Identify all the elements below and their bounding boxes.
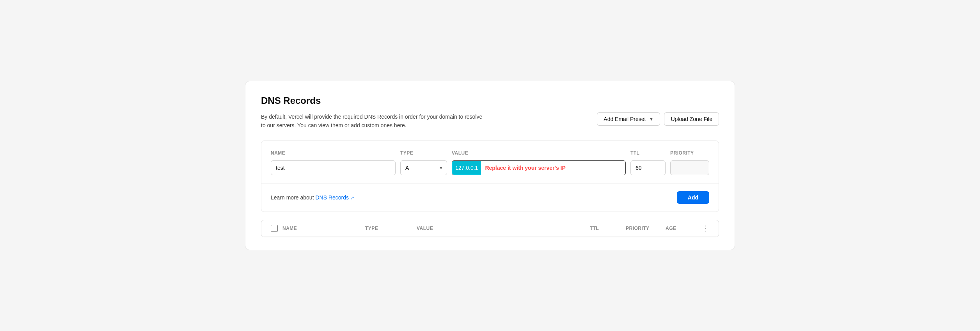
col-header-ttl: TTL [630, 150, 666, 156]
value-highlight: 127.0.0.1 [452, 161, 481, 175]
select-all-checkbox[interactable] [271, 225, 278, 232]
dns-form-card: NAME TYPE VALUE TTL PRIORITY A AAAA ALIA… [261, 141, 719, 212]
preset-button-label: Add Email Preset [604, 116, 646, 122]
table-col-value: VALUE [417, 226, 585, 231]
priority-input[interactable] [670, 160, 709, 175]
learn-more-text: Learn more about DNS Records ↗ [271, 194, 354, 201]
add-button[interactable]: Add [677, 191, 709, 204]
header-description: By default, Vercel will provide the requ… [261, 112, 487, 130]
table-actions-header: ⋮ [698, 225, 709, 232]
add-email-preset-button[interactable]: Add Email Preset ▼ [597, 112, 660, 126]
chevron-down-icon: ▼ [649, 116, 653, 122]
form-inputs-row: A AAAA ALIAS CAA CNAME MX NS SRV TXT ▼ 1… [271, 160, 709, 175]
header-row: By default, Vercel will provide the requ… [261, 112, 719, 130]
name-input[interactable] [271, 160, 396, 175]
form-column-headers: NAME TYPE VALUE TTL PRIORITY [271, 150, 709, 156]
col-header-type: TYPE [400, 150, 447, 156]
table-col-age: AGE [666, 226, 693, 231]
page-title: DNS Records [261, 95, 719, 106]
table-col-type: TYPE [365, 226, 412, 231]
value-field-wrapper[interactable]: 127.0.0.1 Replace it with your server's … [452, 160, 626, 175]
table-more-options-icon[interactable]: ⋮ [702, 225, 709, 232]
dns-table-card: NAME TYPE VALUE TTL PRIORITY AGE ⋮ [261, 220, 719, 237]
ttl-input[interactable] [630, 160, 666, 175]
col-header-priority: PRIORITY [670, 150, 709, 156]
header-buttons: Add Email Preset ▼ Upload Zone File [597, 112, 719, 126]
upload-button-label: Upload Zone File [671, 116, 712, 122]
table-col-priority: PRIORITY [626, 226, 661, 231]
value-placeholder-text: Replace it with your server's IP [481, 165, 569, 171]
col-header-value: VALUE [452, 150, 626, 156]
table-col-ttl: TTL [590, 226, 621, 231]
dns-records-link[interactable]: DNS Records ↗ [315, 194, 354, 201]
type-select-wrapper: A AAAA ALIAS CAA CNAME MX NS SRV TXT ▼ [400, 160, 447, 175]
upload-zone-file-button[interactable]: Upload Zone File [664, 112, 719, 126]
col-header-name: NAME [271, 150, 396, 156]
type-select[interactable]: A AAAA ALIAS CAA CNAME MX NS SRV TXT [400, 160, 447, 175]
dns-form-section: NAME TYPE VALUE TTL PRIORITY A AAAA ALIA… [261, 141, 719, 183]
page-container: DNS Records By default, Vercel will prov… [245, 81, 735, 251]
table-col-name: NAME [282, 226, 360, 231]
table-header-row: NAME TYPE VALUE TTL PRIORITY AGE ⋮ [261, 220, 719, 237]
dns-form-footer: Learn more about DNS Records ↗ Add [261, 183, 719, 212]
external-link-icon: ↗ [350, 195, 354, 201]
